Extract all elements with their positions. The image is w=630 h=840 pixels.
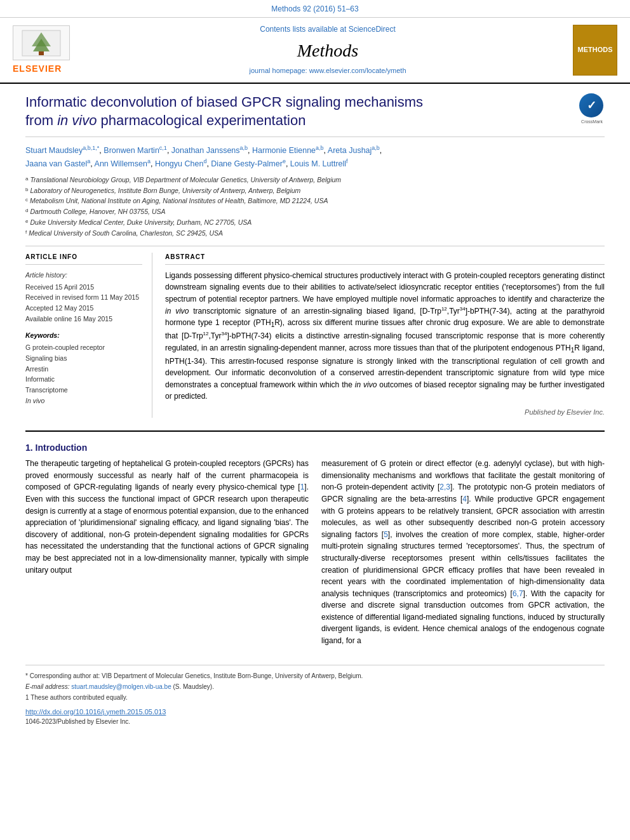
abstract-text: Ligands possessing different physico-che… <box>165 270 605 403</box>
available-date: Available online 16 May 2015 <box>25 315 112 323</box>
footnote-email: E-mail address: stuart.maudsley@molgen.v… <box>25 683 605 691</box>
equal-contrib-text: 1 These authors contributed equally. <box>25 694 128 701</box>
keyword-1: G protein-coupled receptor <box>25 342 142 353</box>
abstract-column: ABSTRACT Ligands possessing different ph… <box>165 253 605 418</box>
affil-b-text: Laboratory of Neurogenetics, Institute B… <box>30 186 300 196</box>
issn-text: 1046-2023/Published by Elsevier Inc. <box>25 718 130 725</box>
affil-d-text: Dartmouth College, Hanover, NH 03755, US… <box>30 207 165 217</box>
affil-f-text: Medical University of South Carolina, Ch… <box>29 229 223 239</box>
elsevier-label: ELSEVIER <box>13 62 62 75</box>
author-luttrell: Louis M. Luttrell <box>290 159 346 168</box>
keyword-4: Informatic <box>25 374 142 385</box>
ref-1[interactable]: 1 <box>300 483 305 491</box>
keyword-3: Arrestin <box>25 364 142 375</box>
article-info-heading: ARTICLE INFO <box>25 253 142 265</box>
history-heading: Article history: <box>25 270 142 281</box>
author-gestypalmer: Diane Gesty-Palmer <box>211 159 283 168</box>
footer-area: * Corresponding author at: VIB Departmen… <box>25 665 605 726</box>
top-bar: Methods 92 (2016) 51–63 <box>0 0 630 18</box>
journal-homepage[interactable]: journal homepage: www.elsevier.com/locat… <box>89 66 566 76</box>
affil-b: b Laboratory of Neurogenetics, Institute… <box>25 186 605 196</box>
elsevier-emblem <box>13 25 70 60</box>
footnote-corresponding: * Corresponding author at: VIB Departmen… <box>25 672 605 681</box>
affil-e-text: Duke University Medical Center, Duke Uni… <box>30 218 251 228</box>
author-janssens: Jonathan Janssens <box>171 146 240 155</box>
keywords-label: Keywords: <box>25 331 142 340</box>
body-col-right: measurement of G protein or direct effec… <box>321 458 605 652</box>
page-wrapper: Methods 92 (2016) 51–63 ELSEVIER <box>0 0 630 739</box>
journal-header: ELSEVIER Contents lists available at Sci… <box>0 18 630 84</box>
ref-2-3[interactable]: 2,3 <box>439 483 450 491</box>
article-content: Informatic deconvolution of biased GPCR … <box>0 84 630 739</box>
keyword-6: In vivo <box>25 396 142 406</box>
journal-title: Methods <box>89 38 566 64</box>
author-chen: Hongyu Chen <box>155 159 203 168</box>
sciencedirect-link: Contents lists available at ScienceDirec… <box>89 24 566 35</box>
corresponding-text: * Corresponding author at: VIB Departmen… <box>25 672 363 679</box>
email-address[interactable]: stuart.maudsley@molgen.vib-ua.be <box>71 683 171 690</box>
intro-col2-text: measurement of G protein or direct effec… <box>321 458 605 647</box>
journal-info: Methods 92 (2016) 51–63 <box>271 4 358 13</box>
section-number: 1. Introduction <box>25 441 605 454</box>
methods-badge: METHODS <box>573 25 617 76</box>
sciencedirect-label[interactable]: ScienceDirect <box>349 25 396 34</box>
crossmark-icon: ✓ <box>579 93 603 117</box>
affil-a-text: Translational Neurobiology Group, VIB De… <box>30 175 341 185</box>
title-part3: pharmacological experimentation <box>97 112 305 128</box>
ref-4[interactable]: 4 <box>462 495 467 503</box>
revised-date: Received in revised form 11 May 2015 <box>25 293 139 301</box>
svg-rect-3 <box>39 51 44 55</box>
elsevier-logo: ELSEVIER <box>13 25 89 75</box>
authors-section: Stuart Maudsleya,b,1,*, Bronwen Martinc,… <box>25 143 605 170</box>
author-vangastel: Jaana van Gastel <box>25 159 87 168</box>
affil-e: e Duke University Medical Center, Duke U… <box>25 218 605 228</box>
author-willemsen: Ann Willemsen <box>95 159 147 168</box>
email-attribution: (S. Maudsley). <box>173 683 213 690</box>
author-jushaj: Areta Jushaj <box>328 146 372 155</box>
journal-header-left: ELSEVIER <box>13 25 89 75</box>
affil-c-text: Metabolism Unit, National Institute on A… <box>30 196 328 206</box>
author-maudsley: Stuart Maudsley <box>25 146 83 155</box>
received-date: Received 15 April 2015 <box>25 283 94 291</box>
title-part1: Informatic deconvolution of biased GPCR … <box>25 94 423 110</box>
email-label: E-mail address: <box>25 683 69 690</box>
ref-6-7[interactable]: 6,7 <box>513 589 523 598</box>
affil-c: c Metabolism Unit, National Institute on… <box>25 196 605 206</box>
article-history: Article history: Received 15 April 2015 … <box>25 270 142 324</box>
article-info-column: ARTICLE INFO Article history: Received 1… <box>25 253 152 418</box>
doi-links: http://dx.doi.org/10.1016/j.ymeth.2015.0… <box>25 707 605 726</box>
keyword-2: Signaling bias <box>25 353 142 364</box>
body-two-col: The therapeutic targeting of heptahelica… <box>25 458 605 652</box>
intro-col1-text: The therapeutic targeting of heptahelica… <box>25 458 309 576</box>
contents-text: Contents lists available at <box>260 25 346 34</box>
main-body: 1. Introduction The therapeutic targetin… <box>25 430 605 652</box>
doi-link[interactable]: http://dx.doi.org/10.1016/j.ymeth.2015.0… <box>25 707 605 717</box>
footnote-equal-contrib: 1 These authors contributed equally. <box>25 693 605 702</box>
ref-5[interactable]: 5 <box>384 530 388 539</box>
keyword-5: Transcriptome <box>25 385 142 396</box>
article-title-section: Informatic deconvolution of biased GPCR … <box>25 93 605 137</box>
abstract-heading: ABSTRACT <box>165 253 605 265</box>
affil-a: a Translational Neurobiology Group, VIB … <box>25 175 605 185</box>
journal-header-right: METHODS <box>566 25 617 76</box>
crossmark-label: CrossMark <box>579 119 605 125</box>
author-martin: Bronwen Martin <box>104 146 159 155</box>
affil-f: f Medical University of South Carolina, … <box>25 229 605 239</box>
affil-d: d Dartmouth College, Hanover, NH 03755, … <box>25 207 605 217</box>
article-info-abstract-section: ARTICLE INFO Article history: Received 1… <box>25 246 605 418</box>
published-by: Published by Elsevier Inc. <box>165 408 605 418</box>
article-title: Informatic deconvolution of biased GPCR … <box>25 93 570 130</box>
accepted-date: Accepted 12 May 2015 <box>25 304 93 312</box>
title-part2: from <box>25 112 57 128</box>
keywords-section: Keywords: G protein-coupled receptor Sig… <box>25 331 142 406</box>
body-col-left: The therapeutic targeting of heptahelica… <box>25 458 309 652</box>
affiliations: a Translational Neurobiology Group, VIB … <box>25 175 605 239</box>
author-etienne: Harmonie Etienne <box>252 146 316 155</box>
crossmark-badge[interactable]: ✓ CrossMark <box>579 93 605 119</box>
journal-header-center: Contents lists available at ScienceDirec… <box>89 24 566 76</box>
title-italic: in vivo <box>57 112 97 128</box>
